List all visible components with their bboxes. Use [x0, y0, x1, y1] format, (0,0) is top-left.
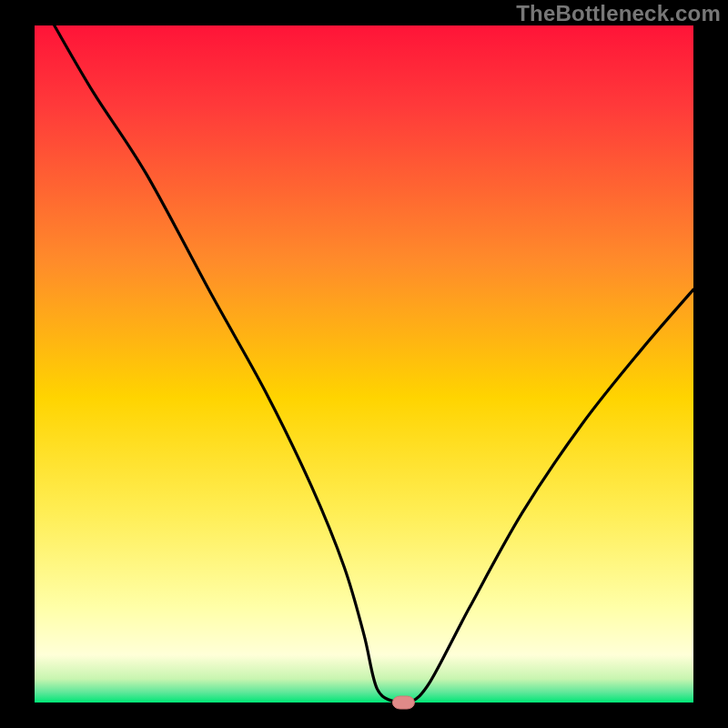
watermark-text: TheBottleneck.com [516, 1, 721, 26]
current-point-marker [392, 696, 414, 709]
bottleneck-chart [0, 0, 728, 728]
plot-background [35, 25, 693, 703]
chart-root: TheBottleneck.com [0, 0, 728, 728]
